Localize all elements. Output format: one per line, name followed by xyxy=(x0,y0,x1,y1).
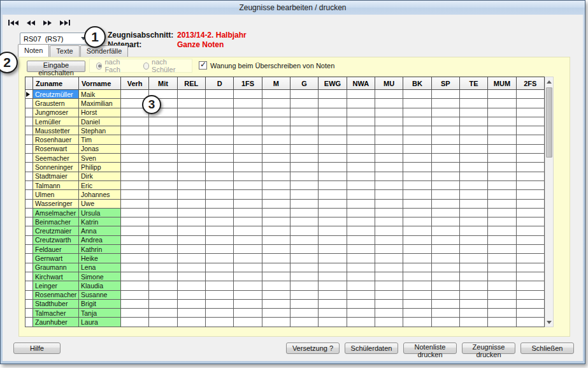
grade-cell[interactable] xyxy=(262,235,290,244)
grade-cell[interactable] xyxy=(431,144,459,153)
vorname-cell[interactable]: Tanja xyxy=(79,309,121,318)
grade-cell[interactable] xyxy=(205,254,233,263)
grade-cell[interactable] xyxy=(375,318,403,327)
grade-cell[interactable] xyxy=(403,245,431,254)
grade-cell[interactable] xyxy=(121,126,149,135)
grade-cell[interactable] xyxy=(403,318,431,327)
zuname-cell[interactable]: Talmacher xyxy=(33,309,79,318)
grade-cell[interactable] xyxy=(431,190,459,199)
grade-cell[interactable] xyxy=(375,117,403,126)
grade-cell[interactable] xyxy=(459,245,487,254)
vorname-cell[interactable]: Tim xyxy=(79,135,121,144)
grade-cell[interactable] xyxy=(262,163,290,172)
grade-cell[interactable] xyxy=(488,163,516,172)
grade-cell[interactable] xyxy=(149,235,177,244)
grade-cell[interactable] xyxy=(290,263,318,272)
vorname-cell[interactable]: Daniel xyxy=(79,117,121,126)
grade-cell[interactable] xyxy=(488,154,516,163)
grade-cell[interactable] xyxy=(516,226,544,235)
grade-cell[interactable] xyxy=(375,263,403,272)
grade-cell[interactable] xyxy=(319,126,347,135)
grade-cell[interactable] xyxy=(121,263,149,272)
grade-cell[interactable] xyxy=(516,99,544,108)
grade-cell[interactable] xyxy=(290,217,318,226)
column-header-rel[interactable]: REL xyxy=(177,77,205,90)
grade-cell[interactable] xyxy=(516,290,544,299)
zuname-cell[interactable]: Kirchwart xyxy=(33,272,79,281)
grade-cell[interactable] xyxy=(347,281,375,290)
grade-cell[interactable] xyxy=(234,108,262,117)
zuname-cell[interactable]: Graumann xyxy=(33,263,79,272)
grade-cell[interactable] xyxy=(149,117,177,126)
grade-cell[interactable] xyxy=(234,254,262,263)
grade-cell[interactable] xyxy=(516,199,544,208)
grade-cell[interactable] xyxy=(121,226,149,235)
grade-cell[interactable] xyxy=(177,281,205,290)
grade-cell[interactable] xyxy=(177,318,205,327)
grade-cell[interactable] xyxy=(431,245,459,254)
grade-cell[interactable] xyxy=(234,117,262,126)
grade-cell[interactable] xyxy=(121,309,149,318)
grade-cell[interactable] xyxy=(516,254,544,263)
grade-cell[interactable] xyxy=(290,126,318,135)
grade-cell[interactable] xyxy=(403,180,431,189)
grade-cell[interactable] xyxy=(375,226,403,235)
grade-cell[interactable] xyxy=(319,208,347,217)
zuname-cell[interactable]: Rosenwart xyxy=(33,144,79,153)
column-header-mit[interactable]: Mit xyxy=(149,77,177,90)
zuname-cell[interactable]: Graustern xyxy=(33,99,79,108)
zuname-cell[interactable]: Zaunhuber xyxy=(33,318,79,327)
zuname-cell[interactable]: Stadtmaier xyxy=(33,172,79,180)
grade-cell[interactable] xyxy=(319,90,347,99)
grade-cell[interactable] xyxy=(205,281,233,290)
grade-cell[interactable] xyxy=(177,172,205,180)
grade-cell[interactable] xyxy=(290,108,318,117)
vorname-cell[interactable]: Eric xyxy=(79,180,121,189)
vertical-scrollbar[interactable] xyxy=(545,77,554,327)
grade-cell[interactable] xyxy=(459,99,487,108)
grade-cell[interactable] xyxy=(431,99,459,108)
grade-cell[interactable] xyxy=(205,190,233,199)
grade-cell[interactable] xyxy=(177,217,205,226)
grade-cell[interactable] xyxy=(431,163,459,172)
grade-cell[interactable] xyxy=(149,245,177,254)
grade-cell[interactable] xyxy=(262,254,290,263)
grade-cell[interactable] xyxy=(177,163,205,172)
grade-cell[interactable] xyxy=(149,272,177,281)
grade-cell[interactable] xyxy=(149,309,177,318)
grade-cell[interactable] xyxy=(319,263,347,272)
vorname-cell[interactable]: Susanne xyxy=(79,290,121,299)
grade-cell[interactable] xyxy=(149,180,177,189)
grade-cell[interactable] xyxy=(177,263,205,272)
grade-cell[interactable] xyxy=(290,90,318,99)
help-button[interactable]: Hilfe xyxy=(13,342,61,354)
grade-cell[interactable] xyxy=(149,208,177,217)
grade-cell[interactable] xyxy=(121,117,149,126)
zuname-cell[interactable]: Creutzwarth xyxy=(33,235,79,244)
grade-cell[interactable] xyxy=(347,245,375,254)
column-header-te[interactable]: TE xyxy=(459,77,487,90)
grade-cell[interactable] xyxy=(177,180,205,189)
grade-cell[interactable] xyxy=(431,290,459,299)
zuname-cell[interactable]: Creutzmüller xyxy=(33,90,79,99)
grade-cell[interactable] xyxy=(290,180,318,189)
grade-cell[interactable] xyxy=(516,108,544,117)
grade-cell[interactable] xyxy=(262,208,290,217)
zuname-cell[interactable]: Talmann xyxy=(33,180,79,189)
grade-cell[interactable] xyxy=(516,135,544,144)
grade-cell[interactable] xyxy=(488,144,516,153)
grade-cell[interactable] xyxy=(205,126,233,135)
grade-cell[interactable] xyxy=(459,254,487,263)
grade-cell[interactable] xyxy=(177,190,205,199)
grade-cell[interactable] xyxy=(177,208,205,217)
grade-cell[interactable] xyxy=(403,172,431,180)
grade-cell[interactable] xyxy=(149,281,177,290)
grade-cell[interactable] xyxy=(375,245,403,254)
grade-cell[interactable] xyxy=(488,126,516,135)
grade-cell[interactable] xyxy=(149,226,177,235)
grade-cell[interactable] xyxy=(234,144,262,153)
column-header-mu[interactable]: MU xyxy=(375,77,403,90)
zuname-cell[interactable]: Leinger xyxy=(33,281,79,290)
grade-cell[interactable] xyxy=(459,281,487,290)
grade-cell[interactable] xyxy=(431,281,459,290)
